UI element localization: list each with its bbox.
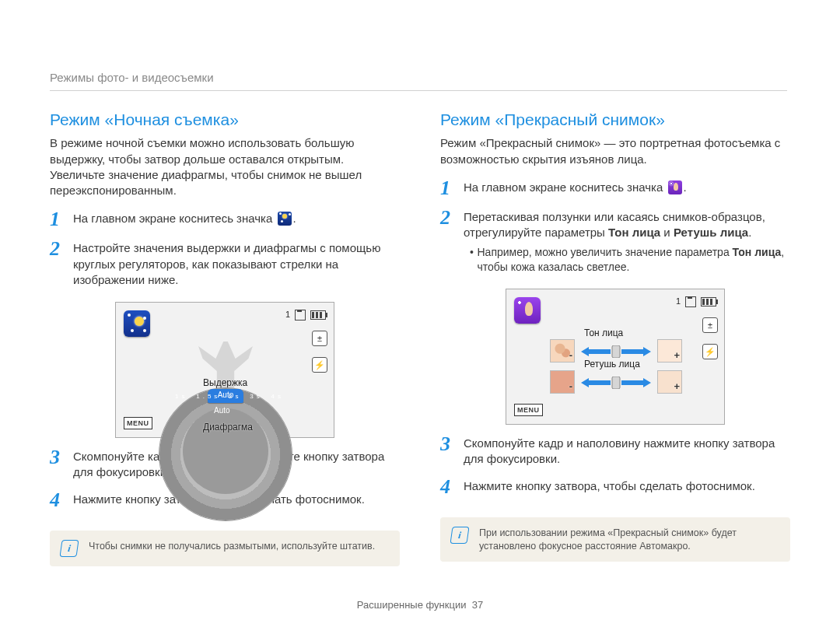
status-indicators: 1 [285, 309, 326, 321]
step-body: Скомпонуйте кадр и наполовину нажмите кн… [464, 434, 790, 468]
step-number: 4 [50, 490, 73, 510]
step-number: 3 [50, 447, 73, 468]
bullet-dot: • [470, 245, 477, 275]
shot-count: 1 [676, 296, 681, 307]
tip-text: Чтобы снимки не получались размытыми, ис… [89, 540, 375, 553]
text: На главном экране коснитесь значка [73, 212, 272, 225]
heading-night: Режим «Ночная съемка» [50, 109, 400, 131]
night-step-1: 1 На главном экране коснитесь значка . [50, 209, 400, 229]
beauty-step-3: 3 Скомпонуйте кадр и наполовину нажмите … [440, 434, 790, 468]
tone-slider[interactable] [581, 345, 651, 356]
tone-thumb-minus[interactable]: - [550, 339, 575, 363]
aperture-label: Диафрагма [203, 421, 253, 433]
retouch-thumb-minus[interactable]: - [550, 370, 575, 394]
beauty-mock-screen: 1 ± ⚡ Тон лица - [506, 289, 725, 425]
shutter-label: Выдержка [203, 377, 247, 389]
step-number: 2 [440, 208, 464, 228]
night-mock-screen: 1 ± ⚡ Выдержка Auto Auto 1s [115, 302, 334, 438]
section-label: Режимы фото- и видеосъемки [50, 70, 787, 91]
night-mode-chip-icon [124, 310, 150, 337]
memory-icon [295, 310, 306, 321]
battery-icon [310, 310, 326, 320]
tip-box-beauty: i При использовании режима «Прекрасный с… [440, 517, 790, 562]
beauty-mode-icon [668, 180, 682, 194]
text: . [293, 212, 296, 225]
tip-text: При использовании режима «Прекрасный сни… [479, 527, 779, 553]
col-beauty: Режим «Прекрасный снимок» Режим «Прекрас… [440, 109, 790, 566]
step-body: Настройте значения выдержки и диафрагмы … [73, 239, 400, 288]
step-number: 1 [50, 209, 73, 229]
svg-marker-0 [581, 347, 611, 356]
slider-track-icon [581, 345, 651, 358]
page: Режимы фото- и видеосъемки Режим «Ночная… [0, 0, 840, 634]
tone-label: Тон лица [584, 327, 623, 339]
step-body: На главном экране коснитесь значка . [73, 209, 296, 226]
status-indicators: 1 [676, 296, 716, 307]
exposure-comp-icon: ± [702, 317, 718, 333]
step-number: 4 [440, 477, 464, 497]
beauty-step-2: 2 Перетаскивая ползунки или касаясь сним… [440, 208, 790, 275]
step-number: 1 [440, 178, 464, 198]
intro-beauty: Режим «Прекрасный снимок» — это портретн… [440, 135, 790, 167]
beauty-step-4: 4 Нажмите кнопку затвора, чтобы сделать … [440, 477, 790, 497]
tone-thumb-plus[interactable]: + [657, 339, 682, 363]
columns: Режим «Ночная съемка» В режиме ночной съ… [50, 109, 790, 566]
memory-icon [685, 296, 696, 307]
heading-beauty: Режим «Прекрасный снимок» [440, 109, 790, 131]
retouch-control[interactable]: - + [550, 370, 682, 394]
tip-box-night: i Чтобы снимки не получались размытыми, … [50, 531, 400, 566]
svg-marker-1 [621, 347, 651, 356]
slider-track-icon [581, 377, 651, 389]
text: . [684, 180, 687, 194]
text: и [660, 226, 674, 239]
step-body: Нажмите кнопку затвора, чтобы сделать фо… [464, 477, 755, 494]
retouch-label: Ретушь лица [584, 358, 640, 370]
text: На главном экране коснитесь значка [464, 180, 663, 194]
bold: Тон лица [608, 226, 660, 239]
col-night: Режим «Ночная съемка» В режиме ночной съ… [50, 109, 400, 566]
retouch-thumb-plus[interactable]: + [657, 370, 682, 394]
side-icons: ± ⚡ [702, 317, 718, 359]
svg-marker-3 [581, 378, 611, 387]
page-number: 37 [472, 599, 483, 611]
footer-text: Расширенные функции [357, 599, 467, 611]
step-body: На главном экране коснитесь значка . [464, 178, 687, 195]
info-icon: i [59, 540, 79, 557]
night-mode-icon [278, 212, 292, 226]
shot-count: 1 [285, 309, 290, 321]
battery-icon [701, 297, 716, 306]
retouch-slider[interactable] [581, 377, 651, 387]
flash-icon: ⚡ [312, 357, 327, 373]
exposure-comp-icon: ± [312, 331, 327, 346]
menu-button[interactable]: MENU [124, 417, 152, 429]
step-number: 3 [440, 434, 464, 454]
svg-marker-4 [621, 378, 651, 387]
footer: Расширенные функции 37 [0, 598, 840, 612]
step-number: 2 [50, 239, 73, 259]
menu-button[interactable]: MENU [514, 404, 543, 416]
flash-icon: ⚡ [702, 344, 718, 359]
auto-inner: Auto [214, 405, 230, 416]
info-icon: i [450, 527, 469, 544]
svg-rect-2 [612, 345, 620, 358]
shutter-ticks: 1s 1.5s 2s 3s 4s [175, 393, 284, 401]
text: . [748, 226, 751, 239]
svg-rect-5 [612, 377, 620, 389]
intro-night: В режиме ночной съемки можно использоват… [50, 135, 400, 198]
bold: Ретушь лица [674, 226, 748, 239]
night-step-2: 2 Настройте значения выдержки и диафрагм… [50, 239, 400, 288]
bullet: • Например, можно увеличить значение пар… [470, 245, 790, 275]
side-icons: ± ⚡ [312, 331, 327, 373]
beauty-step-1: 1 На главном экране коснитесь значка . [440, 178, 790, 198]
bullet-text: Например, можно увеличить значение парам… [477, 245, 790, 275]
step-body: Перетаскивая ползунки или касаясь снимко… [464, 208, 790, 275]
beauty-mode-chip-icon [514, 297, 541, 324]
